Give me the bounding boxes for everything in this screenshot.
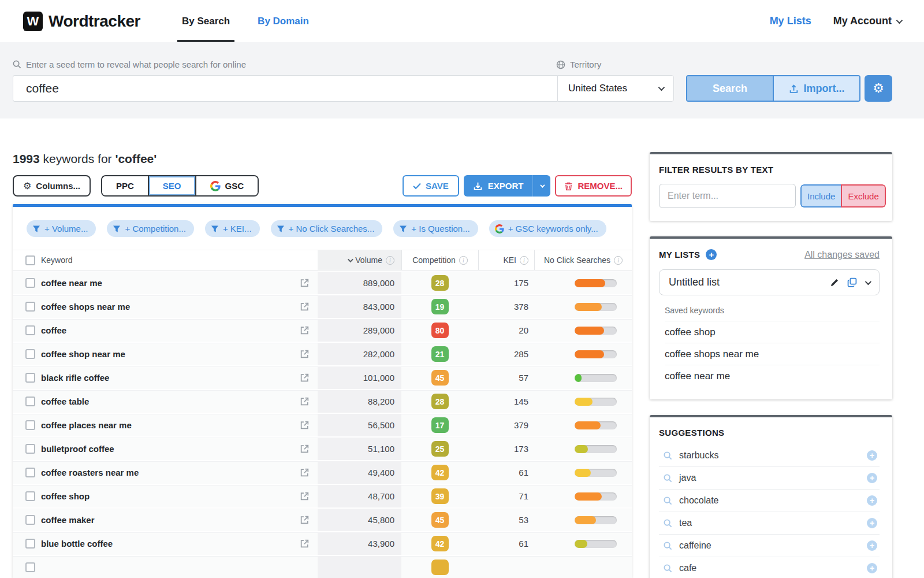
add-list-button[interactable]: + <box>706 249 717 260</box>
keyword-text[interactable]: coffee near me <box>41 278 102 288</box>
export-dropdown[interactable] <box>532 175 550 197</box>
chevron-down-icon[interactable] <box>865 278 871 284</box>
saved-keyword-item[interactable]: coffee shops near me <box>665 343 880 365</box>
filter-chip[interactable]: + KEI... <box>205 220 260 237</box>
filter-chip[interactable]: + Is Question... <box>393 220 478 237</box>
save-button[interactable]: SAVE <box>403 175 459 197</box>
add-suggestion-button[interactable]: + <box>867 518 877 528</box>
edit-pencil-icon[interactable] <box>830 278 839 287</box>
external-link-icon[interactable] <box>300 420 310 430</box>
external-link-icon[interactable] <box>300 397 310 406</box>
row-checkbox[interactable] <box>25 397 35 406</box>
include-button[interactable]: Include <box>800 184 841 208</box>
col-no-click-searches[interactable]: No Click Searches i <box>534 250 632 270</box>
keyword-text[interactable]: coffee shop <box>41 491 90 501</box>
current-list-box[interactable]: Untitled list <box>659 269 880 295</box>
add-suggestion-button[interactable]: + <box>867 495 877 506</box>
filter-chip[interactable]: + Competition... <box>107 220 193 237</box>
keyword-text[interactable]: coffee <box>41 325 66 335</box>
suggestion-item[interactable]: starbucks+ <box>659 444 880 467</box>
row-checkbox[interactable] <box>25 278 35 288</box>
mode-seo[interactable]: SEO <box>148 176 195 195</box>
external-link-icon[interactable] <box>300 302 310 312</box>
no-click-bar <box>575 516 617 524</box>
seed-term-input[interactable] <box>13 75 557 102</box>
col-kei[interactable]: KEI i <box>478 250 534 270</box>
info-icon[interactable]: i <box>386 256 394 265</box>
row-checkbox[interactable] <box>25 302 35 312</box>
saved-keyword-item[interactable]: coffee shop <box>665 321 880 343</box>
keyword-text[interactable]: blue bottle coffee <box>41 539 113 549</box>
suggestion-item[interactable]: caffeine+ <box>659 535 880 557</box>
import-button[interactable]: Import... <box>773 76 859 101</box>
keyword-text[interactable]: coffee maker <box>41 515 95 525</box>
keyword-text[interactable]: coffee table <box>41 397 89 406</box>
competition-badge: 28 <box>431 394 449 409</box>
filter-term-input[interactable] <box>659 184 796 208</box>
export-button[interactable]: EXPORT <box>464 175 551 197</box>
filter-chip[interactable]: + GSC keywords only... <box>489 220 606 237</box>
add-suggestion-button[interactable]: + <box>867 450 877 461</box>
no-click-bar <box>575 327 617 335</box>
suggestion-item[interactable]: chocolate+ <box>659 490 880 512</box>
keyword-text[interactable]: coffee places near me <box>41 420 132 430</box>
my-account-menu[interactable]: My Account <box>833 15 901 27</box>
external-link-icon[interactable] <box>300 325 310 335</box>
copy-icon[interactable] <box>847 277 857 287</box>
tab-by-search[interactable]: By Search <box>168 0 244 42</box>
my-lists-link[interactable]: My Lists <box>770 15 811 27</box>
all-changes-saved-link[interactable]: All changes saved <box>804 250 880 260</box>
results-title: 1993 keywords for 'coffee' <box>13 152 632 166</box>
keyword-text[interactable]: bulletproof coffee <box>41 444 114 454</box>
keyword-text[interactable]: coffee shop near me <box>41 349 125 359</box>
row-checkbox[interactable] <box>25 562 35 572</box>
col-volume[interactable]: Volume i <box>318 250 401 270</box>
external-link-icon[interactable] <box>300 491 310 501</box>
external-link-icon[interactable] <box>300 539 310 549</box>
row-checkbox[interactable] <box>25 420 35 430</box>
col-keyword-label[interactable]: Keyword <box>41 255 72 265</box>
external-link-icon[interactable] <box>300 373 310 383</box>
external-link-icon[interactable] <box>300 468 310 477</box>
row-checkbox[interactable] <box>25 491 35 501</box>
add-suggestion-button[interactable]: + <box>867 563 877 573</box>
external-link-icon[interactable] <box>300 278 310 288</box>
info-icon[interactable]: i <box>520 256 528 265</box>
suggestion-item[interactable]: java+ <box>659 467 880 490</box>
columns-button[interactable]: ⚙ Columns... <box>13 175 91 197</box>
external-link-icon[interactable] <box>300 444 310 454</box>
remove-button[interactable]: REMOVE... <box>555 175 632 197</box>
row-checkbox[interactable] <box>25 349 35 359</box>
row-checkbox[interactable] <box>25 373 35 383</box>
exclude-button[interactable]: Exclude <box>841 184 885 208</box>
tab-by-domain[interactable]: By Domain <box>244 0 323 42</box>
add-suggestion-button[interactable]: + <box>867 473 877 483</box>
col-competition[interactable]: Competition i <box>401 250 478 270</box>
info-icon[interactable]: i <box>614 256 623 265</box>
keyword-text[interactable]: coffee roasters near me <box>41 468 139 477</box>
suggestion-item[interactable]: cafe+ <box>659 557 880 578</box>
keyword-text[interactable]: black rifle coffee <box>41 373 109 383</box>
suggestion-item[interactable]: tea+ <box>659 512 880 535</box>
row-checkbox[interactable] <box>25 325 35 335</box>
row-checkbox[interactable] <box>25 515 35 525</box>
wordtracker-logo[interactable]: W Wordtracker <box>23 12 140 31</box>
territory-select[interactable]: United States <box>557 75 674 102</box>
row-checkbox[interactable] <box>25 444 35 454</box>
filter-chip[interactable]: + Volume... <box>27 220 96 237</box>
keyword-text[interactable]: coffee shops near me <box>41 302 130 312</box>
select-all-checkbox[interactable] <box>25 255 35 265</box>
external-link-icon[interactable] <box>300 349 310 359</box>
external-link-icon[interactable] <box>300 515 310 525</box>
search-button[interactable]: Search <box>687 76 773 101</box>
saved-keyword-item[interactable]: coffee near me <box>665 365 880 387</box>
row-checkbox[interactable] <box>25 468 35 477</box>
mode-gsc[interactable]: GSC <box>195 176 258 195</box>
filter-chip[interactable]: + No Click Searches... <box>271 220 383 237</box>
info-icon[interactable]: i <box>459 256 468 265</box>
mode-ppc[interactable]: PPC <box>102 176 148 195</box>
row-checkbox[interactable] <box>25 539 35 549</box>
add-suggestion-button[interactable]: + <box>867 540 877 551</box>
kei-value: 145 <box>478 390 534 413</box>
settings-button[interactable]: ⚙ <box>865 75 892 102</box>
